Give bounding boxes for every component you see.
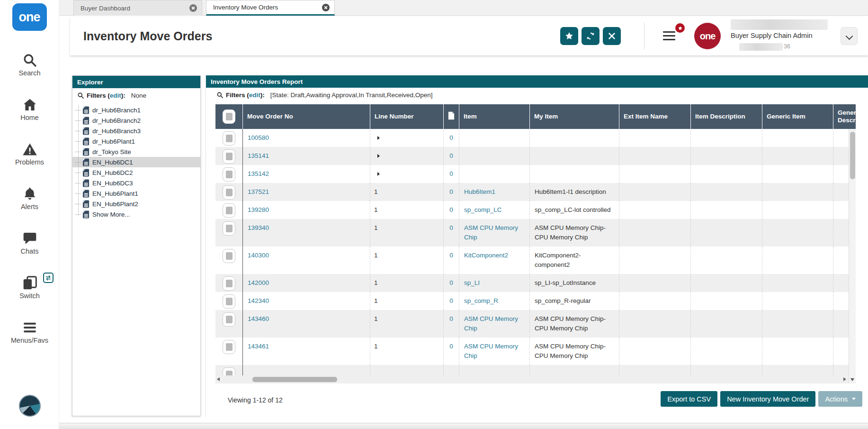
close-tab-icon[interactable] xyxy=(189,4,197,12)
workspace-tab[interactable]: Buyer Dashboard xyxy=(73,0,202,16)
item-link[interactable]: sp_LI xyxy=(459,274,529,292)
user-menu-chevron-icon[interactable] xyxy=(841,27,858,45)
report-action-button[interactable]: Export to CSV xyxy=(661,391,717,407)
expand-caret-icon[interactable] xyxy=(377,136,380,140)
attachment-count-cell[interactable]: 0 xyxy=(443,338,459,365)
row-checkbox[interactable] xyxy=(223,131,235,146)
attachment-count-cell[interactable]: 0 xyxy=(443,246,459,274)
move-order-no-link[interactable]: 135142 xyxy=(242,165,370,183)
horizontal-scroll-thumb[interactable] xyxy=(252,377,337,382)
move-order-no-link[interactable]: 143460 xyxy=(242,310,370,338)
attachment-count-cell[interactable]: 0 xyxy=(443,310,459,338)
edit-filters-link[interactable]: edit xyxy=(249,91,260,99)
item-link[interactable] xyxy=(459,147,529,165)
attachment-count-cell[interactable]: 0 xyxy=(443,147,459,165)
move-order-no-link[interactable]: 100580 xyxy=(242,129,370,147)
item-link[interactable] xyxy=(459,129,529,147)
horizontal-scrollbar[interactable] xyxy=(215,375,849,383)
column-header[interactable] xyxy=(443,104,459,129)
tree-item[interactable]: dr_Hub6Plant1 xyxy=(72,136,200,146)
row-checkbox[interactable] xyxy=(223,221,235,236)
item-link[interactable]: KitComponent2 xyxy=(459,246,529,274)
attachment-count-cell[interactable] xyxy=(443,365,459,375)
column-header[interactable]: Ext Item Name xyxy=(619,104,690,129)
sidebar-item[interactable]: Problems xyxy=(0,142,59,166)
row-checkbox[interactable] xyxy=(223,276,235,291)
close-tab-icon[interactable] xyxy=(322,4,330,11)
tree-item[interactable]: EN_Hub6DC3 xyxy=(72,178,200,188)
column-header[interactable]: Generic Item xyxy=(762,104,833,129)
move-order-no-link[interactable]: 140300 xyxy=(242,246,370,274)
tree-item[interactable]: EN_Hub6Plant1 xyxy=(72,188,200,199)
tree-item[interactable]: EN_Hub6DC2 xyxy=(72,167,200,178)
tree-item[interactable]: dr_Hub6Branch1 xyxy=(72,105,200,115)
sidebar-item[interactable]: Home xyxy=(0,97,59,122)
tree-item[interactable]: EN_Hub6DC1 xyxy=(72,157,200,167)
sidebar-item[interactable]: Search xyxy=(0,53,59,77)
item-link[interactable] xyxy=(459,165,529,183)
tree-item[interactable]: EN_Hub6Plant2 xyxy=(72,199,200,209)
move-order-no-link[interactable] xyxy=(242,365,370,375)
star-icon[interactable] xyxy=(560,27,578,45)
sidebar-item[interactable]: Alerts xyxy=(0,186,59,211)
report-action-button[interactable]: New Inventory Move Order xyxy=(720,391,815,407)
report-action-button[interactable]: Actions xyxy=(818,391,862,407)
column-header[interactable]: Item xyxy=(459,104,529,129)
move-order-no-link[interactable]: 135141 xyxy=(242,147,370,165)
vertical-scrollbar[interactable] xyxy=(849,129,856,383)
column-header[interactable]: Generic Descrip xyxy=(833,104,856,129)
attachment-count-cell[interactable]: 0 xyxy=(443,165,459,183)
row-checkbox[interactable] xyxy=(223,167,235,182)
row-checkbox[interactable] xyxy=(223,367,235,375)
sidebar-item[interactable]: Chats xyxy=(0,231,59,256)
column-header[interactable]: My Item xyxy=(529,104,619,129)
sidebar-item[interactable]: Menus/Favs xyxy=(0,320,59,345)
attachment-count-cell[interactable]: 0 xyxy=(443,292,459,310)
row-checkbox[interactable] xyxy=(223,312,235,327)
row-checkbox[interactable] xyxy=(223,203,235,218)
row-checkbox[interactable] xyxy=(223,185,235,200)
select-all-checkbox[interactable] xyxy=(223,110,235,124)
row-checkbox[interactable] xyxy=(223,249,235,263)
tree-item[interactable]: dr_Hub6Branch2 xyxy=(72,115,200,126)
tree-item[interactable]: Show More... xyxy=(72,209,200,219)
item-link[interactable]: ASM CPU Memory Chip xyxy=(459,338,529,365)
item-link[interactable]: sp_comp_LC xyxy=(459,201,529,219)
attachment-count-cell[interactable]: 0 xyxy=(443,219,459,246)
column-header[interactable]: Line Number xyxy=(370,104,443,129)
move-order-no-link[interactable]: 142000 xyxy=(242,274,370,292)
user-avatar[interactable] xyxy=(19,395,41,417)
close-icon[interactable] xyxy=(603,27,621,45)
attachment-count-cell[interactable]: 0 xyxy=(443,183,459,201)
move-order-no-link[interactable]: 143461 xyxy=(242,338,370,365)
menu-icon[interactable] xyxy=(663,29,682,45)
item-link[interactable]: ASM CPU Memory Chip xyxy=(459,310,529,338)
expand-caret-icon[interactable] xyxy=(377,172,380,176)
attachment-count-cell[interactable]: 0 xyxy=(443,274,459,292)
move-order-no-link[interactable]: 137521 xyxy=(242,183,370,201)
tree-item[interactable]: dr_Hub6Branch3 xyxy=(72,126,200,136)
row-checkbox[interactable] xyxy=(223,149,235,164)
item-link[interactable] xyxy=(459,365,529,375)
expand-caret-icon[interactable] xyxy=(377,154,380,158)
move-order-no-link[interactable]: 139340 xyxy=(242,219,370,246)
move-order-no-link[interactable]: 142340 xyxy=(242,292,370,310)
item-link[interactable]: sp_comp_R xyxy=(459,292,529,310)
one-logo[interactable]: one xyxy=(12,3,47,31)
select-all-header[interactable] xyxy=(215,104,242,129)
attachment-count-cell[interactable]: 0 xyxy=(443,201,459,219)
vertical-scroll-thumb[interactable] xyxy=(850,132,855,179)
edit-filters-link[interactable]: edit xyxy=(110,92,121,99)
item-link[interactable]: Hub6Item1 xyxy=(459,183,529,201)
column-header[interactable]: Move Order No xyxy=(242,104,370,129)
row-checkbox[interactable] xyxy=(223,294,235,309)
item-link[interactable]: ASM CPU Memory Chip xyxy=(459,219,529,246)
tree-item[interactable]: dr_Tokyo Site xyxy=(72,146,200,157)
workspace-tab[interactable]: Inventory Move Orders xyxy=(206,0,335,16)
refresh-icon[interactable] xyxy=(582,27,600,45)
sidebar-item[interactable]: Switch xyxy=(0,275,59,300)
scroll-down-arrow[interactable] xyxy=(850,378,854,381)
move-order-no-link[interactable]: 139280 xyxy=(242,201,370,219)
row-checkbox[interactable] xyxy=(223,340,235,354)
column-header[interactable]: Item Description xyxy=(690,104,762,129)
